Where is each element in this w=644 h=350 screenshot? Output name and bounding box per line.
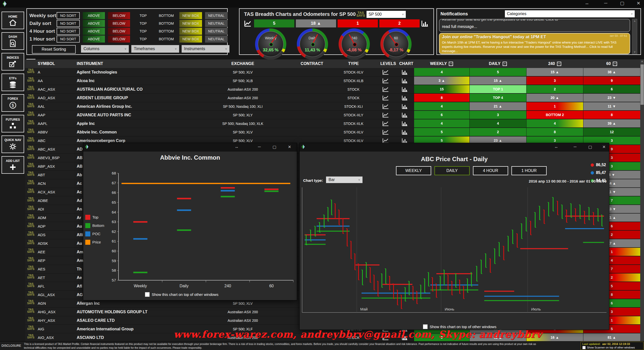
window-maximize-icon[interactable]: ▢	[585, 145, 595, 149]
new-box-button[interactable]: NEW BOX	[179, 12, 202, 19]
notifications-scrollbar[interactable]: ˄ ˅	[632, 19, 637, 54]
chart-icon[interactable]	[402, 111, 408, 119]
below-button[interactable]: BELOW	[108, 20, 130, 27]
bottom-button[interactable]: BOTTOM	[156, 20, 176, 27]
scroll-up-icon[interactable]: ˄	[640, 60, 644, 63]
neutral-button[interactable]: NEUTRAL	[205, 36, 228, 43]
table-row[interactable]: TASSAYSAAD_ASXARDENT LEISURE GROUPAustra…	[25, 94, 644, 102]
col-symbol[interactable]: SYMBOL	[38, 59, 55, 68]
window-resize-icon[interactable]: ↔	[232, 145, 242, 149]
breadth-count-box[interactable]: 2	[379, 19, 420, 27]
columns-dropdown[interactable]: Columns˅	[81, 45, 129, 53]
breadth-count-box[interactable]: 5	[254, 19, 294, 27]
top-button[interactable]: TOP	[133, 36, 153, 43]
chart-icon[interactable]	[402, 68, 408, 76]
neutral-button[interactable]: NEUTRAL	[205, 20, 228, 27]
levels-icon[interactable]	[382, 85, 389, 93]
below-button[interactable]: BELOW	[108, 12, 130, 19]
levels-icon[interactable]	[382, 333, 389, 342]
col-daily[interactable]: DAILY−	[469, 59, 526, 68]
table-scrollbar[interactable]: ˄	[640, 59, 644, 341]
sidebar-item-futures[interactable]: FUTURES	[2, 115, 24, 132]
timeframe-weekly-button[interactable]: WEEKLY	[396, 166, 431, 175]
col-240[interactable]: 240−	[526, 59, 583, 68]
scroll-down-icon[interactable]: ˅	[632, 50, 637, 53]
sidebar-item-indices[interactable]: INDICES	[2, 53, 24, 71]
levels-icon[interactable]	[382, 94, 389, 102]
bottom-button[interactable]: BOTTOM	[156, 36, 176, 43]
window-close-icon[interactable]: ✕	[285, 145, 295, 149]
levels-icon[interactable]	[382, 102, 389, 111]
chart-icon[interactable]	[402, 94, 408, 102]
column-collapse-icon[interactable]: −	[613, 62, 617, 66]
chart-icon[interactable]	[402, 119, 408, 128]
levels-icon[interactable]	[382, 68, 389, 76]
col-60[interactable]: 60−	[583, 59, 640, 68]
levels-icon[interactable]	[382, 111, 389, 119]
chart-icon[interactable]	[402, 128, 408, 136]
timeframe-daily-button[interactable]: DAILY	[434, 166, 470, 175]
table-row[interactable]: TASSAYSAAPLApple IncSP 500; Nasdaq 100; …	[25, 119, 644, 128]
breadth-count-box[interactable]: 1	[338, 19, 378, 27]
top-button[interactable]: TOP	[133, 20, 153, 27]
sidebar-item-quicknav[interactable]: QUICK NAV	[2, 135, 24, 153]
window-minimize-icon[interactable]: ─	[254, 145, 264, 149]
below-button[interactable]: BELOW	[108, 36, 130, 43]
chart-on-top-checkbox[interactable]	[145, 292, 150, 297]
levels-icon[interactable]	[382, 119, 389, 128]
below-button[interactable]: BELOW	[108, 28, 130, 35]
table-row[interactable]: TASSAYSABBVAbbvie Inc. CommonSP 500; XLV…	[25, 128, 644, 136]
above-button[interactable]: ABOVE	[83, 20, 105, 27]
timeframes-dropdown[interactable]: Timeframes˅	[131, 45, 179, 53]
window-resize-icon[interactable]: ↔	[551, 145, 561, 149]
scroll-up-icon[interactable]: ˄	[632, 20, 637, 23]
table-row[interactable]: TASSAYSAAAlcoa IncSP 500; XLBSTOCK-XLB3 …	[25, 77, 644, 85]
levels-icon[interactable]	[382, 77, 389, 85]
table-row[interactable]: TASSAYSAIO_ASXASCIANO LTDAustralian ASX …	[25, 333, 644, 342]
chart-icon[interactable]	[402, 77, 408, 85]
new-box-button[interactable]: NEW BOX	[179, 28, 202, 35]
window-maximize-icon[interactable]: ▢	[269, 145, 279, 149]
popup-titlebar[interactable]: ↔ ─ ▢ ✕	[83, 143, 297, 152]
table-row[interactable]: TASSAYSAAgilent TechnologiesSP 500; XLVS…	[25, 68, 644, 77]
col-type[interactable]: TYPE	[330, 59, 377, 68]
sidebar-item-dash[interactable]: DASH	[2, 32, 24, 50]
column-collapse-icon[interactable]: −	[503, 62, 507, 66]
window-maximize-icon[interactable]: ▢	[616, 1, 628, 6]
window-minimize-icon[interactable]: ─	[600, 1, 612, 6]
window-close-icon[interactable]: ✕	[633, 1, 644, 6]
popup-titlebar[interactable]: ↔ ─ ▢ ✕	[300, 143, 609, 152]
scanner-on-top-checkbox[interactable]	[582, 346, 586, 349]
sidebar-item-addlist[interactable]: ADD LIST	[2, 156, 24, 174]
bar-chart-icon[interactable]	[421, 20, 429, 27]
chart-icon[interactable]	[402, 102, 408, 111]
notification-card[interactable]: Reserve your seat and get the prerequisi…	[439, 19, 630, 32]
top-button[interactable]: TOP	[133, 28, 153, 35]
table-row[interactable]: TASSAYSAALAmerican Airlines Group Inc.SP…	[25, 102, 644, 111]
window-resize-icon[interactable]: ↔	[581, 1, 593, 6]
column-collapse-icon[interactable]: −	[449, 62, 453, 66]
new-box-button[interactable]: NEW BOX	[179, 36, 202, 43]
chart-icon[interactable]	[402, 85, 408, 93]
notifications-category-select[interactable]: Categories˅	[505, 10, 635, 17]
column-collapse-icon[interactable]: −	[557, 62, 561, 66]
instruments-dropdown[interactable]: Instruments˅	[182, 45, 229, 53]
col-chart[interactable]: CHART	[399, 59, 413, 68]
chart-on-top-checkbox[interactable]	[423, 324, 428, 329]
no-sort-button[interactable]: NO SORT	[57, 12, 80, 19]
col-levels[interactable]: LEVELS	[380, 59, 396, 68]
above-button[interactable]: ABOVE	[83, 12, 105, 19]
timeframe-4-hour-button[interactable]: 4 HOUR	[473, 166, 508, 175]
chart-type-select[interactable]: Bar˅	[326, 177, 363, 183]
above-button[interactable]: ABOVE	[83, 36, 105, 43]
levels-icon[interactable]	[382, 128, 389, 136]
bottom-button[interactable]: BOTTOM	[156, 12, 176, 19]
col-weekly[interactable]: WEEKLY−	[414, 59, 469, 68]
no-sort-button[interactable]: NO SORT	[57, 28, 80, 35]
timeframe-1-hour-button[interactable]: 1 HOUR	[511, 166, 547, 175]
new-box-button[interactable]: NEW BOX	[179, 20, 202, 27]
top-button[interactable]: TOP	[133, 12, 153, 19]
no-sort-button[interactable]: NO SORT	[57, 36, 80, 43]
neutral-button[interactable]: NEUTRAL	[205, 28, 228, 35]
bottom-button[interactable]: BOTTOM	[156, 28, 176, 35]
